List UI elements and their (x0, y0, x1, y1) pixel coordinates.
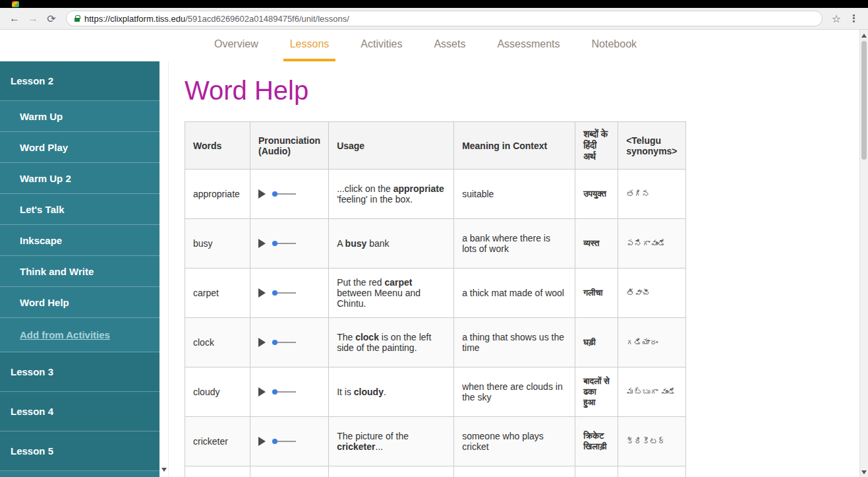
play-icon[interactable] (258, 387, 266, 397)
usage-bold: cloudy (354, 387, 384, 397)
table-row: cricketer The picture of the cricketer..… (185, 417, 686, 466)
sidebar-item-lets-talk[interactable]: Let's Talk (0, 194, 159, 225)
meaning-cell: a thing that shows us the time (454, 318, 575, 367)
tab-overview[interactable]: Overview (208, 30, 265, 61)
telugu-cell: తివాచీ (618, 269, 685, 318)
telugu-cell (618, 466, 685, 477)
slider-knob-icon[interactable] (272, 439, 277, 444)
audio-slider[interactable] (272, 193, 296, 195)
header-meaning: Meaning in Context (454, 122, 575, 170)
play-icon[interactable] (258, 239, 266, 248)
table-row: appropriate ...click on the appropriate … (185, 170, 686, 219)
sidebar-item-word-play[interactable]: Word Play (0, 132, 159, 163)
sidebar-item-add-from-activities[interactable]: Add from Activities (0, 318, 159, 352)
header-hindi: शब्दों के हिंदी अर्थ (575, 122, 618, 170)
url-text: https://clixplatform.tiss.edu/591acd6269… (84, 14, 349, 24)
audio-player (258, 189, 320, 199)
audio-slider[interactable] (272, 391, 296, 393)
telugu-cell: క్రికెటర్ (618, 417, 685, 466)
tab-assets[interactable]: Assets (427, 30, 472, 61)
slider-knob-icon[interactable] (272, 389, 277, 395)
back-icon[interactable]: ← (7, 11, 22, 26)
header-usage: Usage (329, 122, 454, 170)
lock-icon (74, 18, 80, 22)
sidebar-scrollbar[interactable] (159, 61, 169, 477)
lessons-sidebar: Lesson 2 Warm Up Word Play Warm Up 2 Let… (0, 61, 159, 477)
header-pronunciation: Pronunciation (Audio) (250, 122, 329, 170)
word-cell: cricketer (185, 417, 250, 466)
sidebar-item-lesson-4[interactable]: Lesson 4 (0, 392, 159, 431)
scrollbar-thumb[interactable] (861, 41, 867, 160)
usage-text: bank (366, 238, 389, 249)
bookmark-star-icon[interactable]: ☆ (832, 13, 841, 25)
usage-text: The (337, 332, 355, 342)
usage-text: ... (376, 441, 384, 452)
tab-assessments[interactable]: Assessments (490, 30, 566, 61)
sidebar-item-inkscape[interactable]: Inkscape (0, 225, 159, 256)
play-icon[interactable] (258, 437, 266, 446)
audio-cell (250, 318, 329, 367)
usage-cell: It is cloudy. (329, 367, 454, 417)
sidebar-item-warm-up-2[interactable]: Warm Up 2 (0, 163, 159, 194)
sidebar-item-lesson-3[interactable]: Lesson 3 (0, 352, 159, 392)
meaning-cell: a cap for throwing (454, 466, 575, 477)
unit-tabs: Overview Lessons Activities Assets Asses… (0, 30, 868, 61)
table-row: cloudy It is cloudy. when there are clou… (185, 367, 686, 417)
scroll-down-icon[interactable] (861, 470, 867, 474)
hindi-cell: गलीचा (575, 269, 618, 318)
reload-icon[interactable]: ⟳ (43, 11, 59, 26)
address-bar[interactable]: https://clixplatform.tiss.edu/591acd6269… (66, 11, 823, 26)
usage-text: . (384, 387, 386, 397)
play-icon[interactable] (258, 189, 266, 199)
audio-cell (250, 170, 329, 219)
sidebar-item-lesson-5[interactable]: Lesson 5 (0, 431, 159, 471)
play-icon[interactable] (258, 338, 266, 347)
slider-knob-icon[interactable] (272, 340, 277, 345)
tab-lessons[interactable]: Lessons (283, 30, 336, 61)
play-icon[interactable] (258, 288, 266, 298)
word-cell (185, 466, 250, 477)
browser-toolbar: ← → ⟳ https://clixplatform.tiss.edu/591a… (0, 8, 868, 30)
scroll-up-icon[interactable] (861, 34, 867, 38)
usage-cell (329, 466, 454, 477)
sidebar-item-word-help[interactable]: Word Help (0, 287, 159, 318)
sidebar-scroll-down-icon[interactable] (161, 468, 167, 472)
audio-player (258, 387, 320, 397)
sidebar-item-lesson-2[interactable]: Lesson 2 (0, 61, 159, 101)
word-cell: clock (185, 318, 250, 367)
usage-text: Put the red (337, 277, 384, 288)
sidebar-item-think-and-write[interactable]: Think and Write (0, 256, 159, 287)
hindi-cell (575, 466, 618, 477)
usage-text: The picture of the (337, 431, 409, 441)
audio-slider[interactable] (272, 342, 296, 343)
audio-player (258, 288, 320, 298)
browser-menu-icon[interactable]: ⋮ (846, 13, 861, 24)
slider-knob-icon[interactable] (272, 290, 277, 296)
word-help-table: Words Pronunciation (Audio) Usage Meanin… (185, 121, 686, 477)
tab-notebook[interactable]: Notebook (585, 30, 644, 61)
usage-bold: cricketer (337, 441, 375, 452)
meaning-cell: suitable (454, 170, 575, 219)
word-cell: cloudy (185, 367, 250, 417)
meaning-cell: a thick mat made of wool (454, 269, 575, 318)
usage-cell: ...click on the appropriate 'feeling' in… (329, 170, 454, 219)
tab-activities[interactable]: Activities (354, 30, 409, 61)
audio-cell (250, 466, 329, 477)
table-row: carpet Put the red carpet between Meenu … (185, 269, 686, 318)
audio-cell (250, 367, 329, 417)
usage-bold: clock (355, 332, 379, 342)
page-scrollbar[interactable] (859, 30, 868, 477)
audio-slider[interactable] (272, 292, 296, 294)
audio-slider[interactable] (272, 243, 296, 244)
tab-favicon-icon (12, 1, 19, 7)
telugu-cell: గడియారం (618, 318, 685, 367)
slider-knob-icon[interactable] (272, 191, 277, 197)
audio-cell (250, 417, 329, 466)
forward-icon[interactable]: → (25, 11, 41, 26)
slider-knob-icon[interactable] (272, 241, 277, 246)
header-telugu: <Telugu synonyms> (618, 122, 685, 170)
meaning-cell: when there are clouds in the sky (454, 367, 575, 417)
audio-slider[interactable] (272, 441, 296, 442)
sidebar-item-warm-up[interactable]: Warm Up (0, 101, 159, 132)
table-row: clock The clock is on the left side of t… (185, 318, 686, 367)
